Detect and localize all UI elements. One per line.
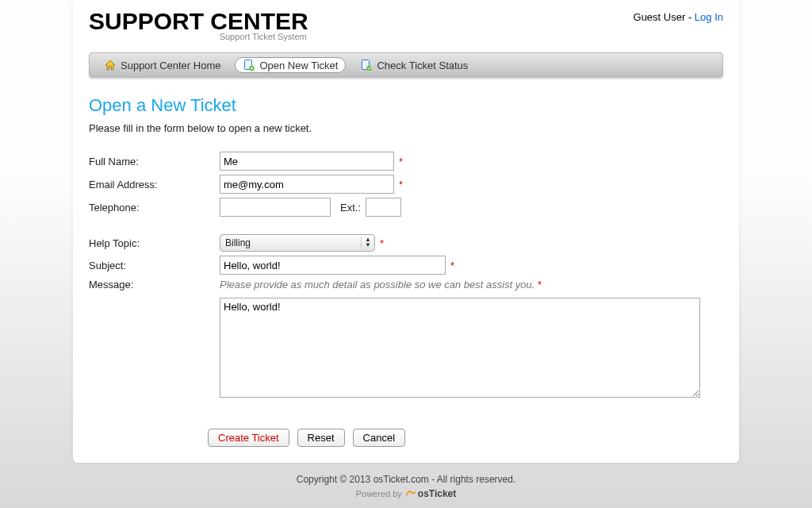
footer-copyright: Copyright © 2013 osTicket.com - All righ… [0,463,812,488]
message-hint: Please provide as much detail as possibl… [220,279,534,291]
logo-title: SUPPORT CENTER [89,10,308,33]
required-mark: * [450,260,454,271]
telephone-label: Telephone: [89,202,220,214]
main-nav: Support Center Home Open New Ticket Chec… [89,52,723,78]
user-label: Guest User [634,11,686,23]
powered-by: Powered by osTicket [0,488,812,508]
required-mark: * [538,279,542,291]
login-link[interactable]: Log In [695,11,723,23]
osticket-logo: osTicket [405,488,456,499]
telephone-input[interactable] [220,198,331,217]
home-icon [104,59,117,71]
required-mark: * [399,156,403,167]
email-input[interactable] [220,175,394,194]
subject-label: Subject: [89,260,220,271]
subject-input[interactable] [220,256,446,275]
create-ticket-button[interactable]: Create Ticket [208,429,289,447]
help-topic-label: Help Topic: [89,237,220,249]
cancel-button[interactable]: Cancel [353,429,405,447]
nav-check-status[interactable]: Check Ticket Status [352,57,476,73]
user-info: Guest User - Log In [634,10,723,23]
ext-label: Ext.: [340,202,361,214]
full-name-label: Full Name: [89,156,220,167]
svg-marker-0 [105,60,115,70]
required-mark: * [380,237,384,249]
nav-open-ticket[interactable]: Open New Ticket [235,57,346,73]
required-mark: * [399,179,403,190]
new-ticket-icon [243,59,255,71]
message-label: Message: [89,279,220,291]
check-status-icon [360,59,373,71]
page-intro: Please fill in the form below to open a … [89,122,723,134]
logo-subtitle: Support Ticket System [89,32,308,41]
message-textarea[interactable]: Hello, world! [220,298,700,398]
page-title: Open a New Ticket [89,95,723,116]
email-label: Email Address: [89,179,220,190]
nav-home[interactable]: Support Center Home [96,57,228,73]
svg-point-4 [367,66,372,71]
help-topic-select[interactable]: Billing ▲▼ [220,234,375,252]
ext-input[interactable] [366,198,401,217]
reset-button[interactable]: Reset [297,429,345,447]
full-name-input[interactable] [220,152,394,171]
logo: SUPPORT CENTER Support Ticket System [89,10,308,41]
chevron-up-down-icon: ▲▼ [365,237,371,248]
